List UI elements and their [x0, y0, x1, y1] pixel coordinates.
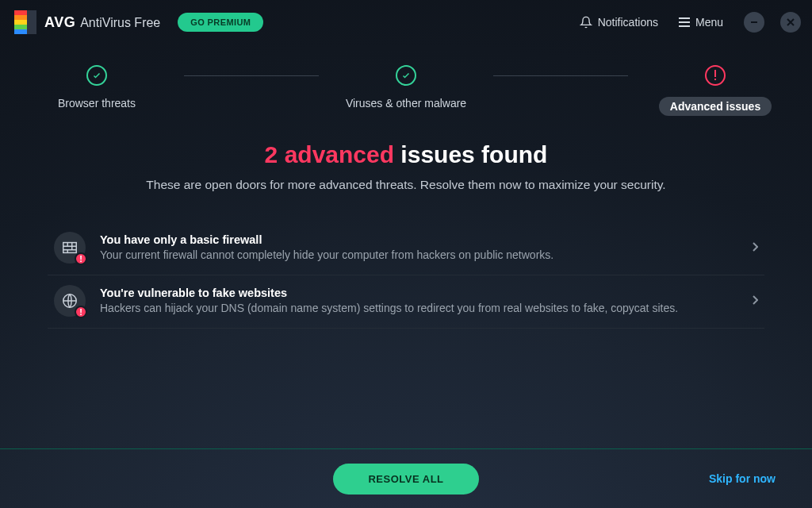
- chevron-right-icon: [752, 241, 758, 255]
- brand-avg: AVG: [44, 14, 75, 31]
- issue-firewall[interactable]: ! You have only a basic firewall Your cu…: [48, 222, 764, 275]
- headline-rest: issues found: [394, 141, 547, 167]
- minimize-icon: [749, 17, 759, 27]
- step-connector: [184, 75, 319, 76]
- footer: RESOLVE ALL Skip for now: [0, 449, 812, 508]
- notifications-label: Notifications: [598, 16, 658, 29]
- headline-accent: 2 advanced: [265, 141, 394, 167]
- resolve-all-button[interactable]: RESOLVE ALL: [333, 464, 478, 495]
- step-advanced-issues: Advanced issues: [628, 65, 802, 116]
- titlebar: AVG AntiVirus Free GO PREMIUM Notificati…: [0, 0, 812, 44]
- warn-icon: [705, 65, 726, 86]
- menu-label: Menu: [695, 16, 723, 29]
- issues-list: ! You have only a basic firewall Your cu…: [48, 222, 764, 329]
- scan-steps: Browser threats Viruses & other malware …: [0, 65, 812, 116]
- brand-text: AVG AntiVirus Free: [44, 14, 160, 31]
- issue-text: You have only a basic firewall Your curr…: [100, 233, 737, 263]
- notifications-button[interactable]: Notifications: [575, 13, 663, 32]
- step-label: Advanced issues: [659, 97, 772, 116]
- chevron-right-icon: [752, 294, 758, 308]
- go-premium-button[interactable]: GO PREMIUM: [178, 13, 263, 32]
- svg-rect-2: [714, 79, 716, 80]
- issue-title: You're vulnerable to fake websites: [100, 287, 737, 299]
- issue-title: You have only a basic firewall: [100, 233, 737, 246]
- check-icon: [86, 65, 107, 86]
- hamburger-icon: [679, 17, 690, 27]
- skip-for-now-link[interactable]: Skip for now: [709, 472, 776, 485]
- check-icon: [396, 65, 416, 86]
- svg-rect-0: [751, 21, 757, 23]
- step-viruses-malware: Viruses & other malware: [319, 65, 493, 110]
- issue-fake-websites[interactable]: ! You're vulnerable to fake websites Hac…: [48, 275, 764, 329]
- brand-sub: AntiVirus Free: [80, 16, 160, 30]
- svg-rect-3: [63, 243, 77, 253]
- step-label: Browser threats: [58, 97, 136, 110]
- bell-icon: [580, 16, 592, 29]
- close-button[interactable]: [780, 12, 801, 33]
- globe-icon: !: [54, 285, 86, 317]
- headline: 2 advanced issues found These are open d…: [0, 141, 812, 192]
- alert-badge-icon: !: [75, 306, 87, 318]
- avg-logo-icon: [14, 10, 36, 34]
- issue-text: You're vulnerable to fake websites Hacke…: [100, 287, 737, 316]
- svg-rect-1: [714, 70, 716, 77]
- headline-title: 2 advanced issues found: [0, 141, 812, 168]
- minimize-button[interactable]: [744, 12, 764, 33]
- issue-desc: Your current firewall cannot completely …: [100, 248, 737, 263]
- headline-sub: These are open doors for more advanced t…: [0, 178, 812, 192]
- alert-badge-icon: !: [75, 252, 87, 265]
- issue-desc: Hackers can hijack your DNS (domain name…: [100, 301, 737, 316]
- step-browser-threats: Browser threats: [10, 65, 184, 110]
- step-label: Viruses & other malware: [346, 97, 466, 110]
- menu-button[interactable]: Menu: [674, 13, 728, 32]
- step-connector: [493, 75, 628, 76]
- close-icon: [786, 17, 795, 27]
- app-logo: AVG AntiVirus Free: [14, 10, 160, 34]
- firewall-icon: !: [54, 232, 86, 264]
